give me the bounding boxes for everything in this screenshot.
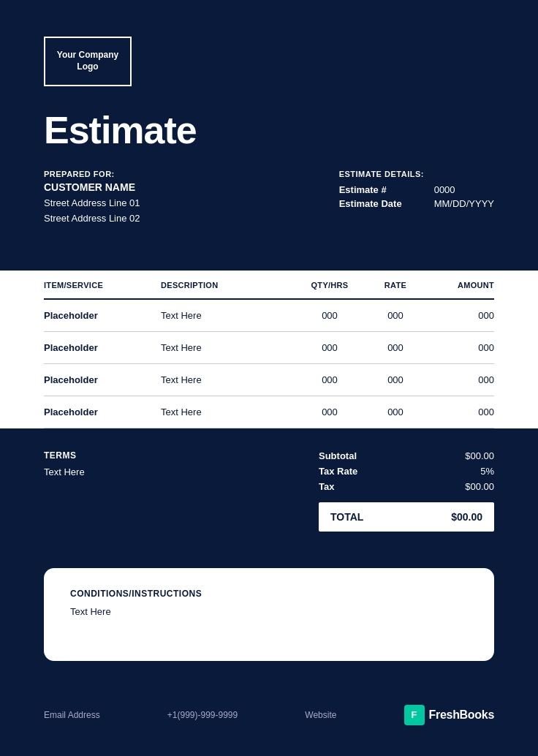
footer-website: Website bbox=[305, 710, 336, 720]
address-line-2: Street Address Line 02 bbox=[44, 211, 140, 227]
terms-text: Text Here bbox=[44, 466, 85, 477]
estimate-number-key: Estimate # bbox=[339, 184, 420, 195]
row-3-amount: 000 bbox=[428, 374, 494, 385]
table-row: Placeholder Text Here 000 000 000 bbox=[44, 364, 494, 396]
col-header-description: DESCRIPTION bbox=[161, 281, 297, 290]
col-header-amount: AMOUNT bbox=[428, 281, 494, 290]
billing-row: PREPARED FOR: CUSTOMER NAME Street Addre… bbox=[44, 170, 494, 227]
row-4-rate: 000 bbox=[363, 407, 428, 417]
row-1-rate: 000 bbox=[363, 310, 428, 321]
subtotal-row: Subtotal $00.00 bbox=[319, 450, 494, 461]
terms-label: TERMS bbox=[44, 450, 85, 461]
row-1-amount: 000 bbox=[428, 310, 494, 321]
totals-right: Subtotal $00.00 Tax Rate 5% Tax $00.00 T… bbox=[319, 450, 494, 532]
row-1-qty: 000 bbox=[297, 310, 363, 321]
totals-section: TERMS Text Here Subtotal $00.00 Tax Rate… bbox=[0, 428, 538, 553]
row-4-description: Text Here bbox=[161, 407, 297, 417]
conditions-section: CONDITIONS/INSTRUCTIONS Text Here bbox=[0, 553, 538, 690]
subtotal-value: $00.00 bbox=[465, 450, 494, 461]
row-2-rate: 000 bbox=[363, 342, 428, 353]
tax-rate-value: 5% bbox=[480, 466, 494, 477]
col-header-rate: RATE bbox=[363, 281, 428, 290]
subtotal-label: Subtotal bbox=[319, 450, 357, 461]
header-section: Your Company Logo Estimate PREPARED FOR:… bbox=[0, 0, 538, 241]
footer: Email Address +1(999)-999-9999 Website F… bbox=[0, 690, 538, 747]
conditions-box: CONDITIONS/INSTRUCTIONS Text Here bbox=[44, 568, 494, 661]
table-row: Placeholder Text Here 000 000 000 bbox=[44, 396, 494, 428]
row-2-item: Placeholder bbox=[44, 342, 161, 353]
tax-rate-row: Tax Rate 5% bbox=[319, 466, 494, 477]
estimate-date-value: MM/DD/YYYY bbox=[434, 198, 494, 209]
table-row: Placeholder Text Here 000 000 000 bbox=[44, 300, 494, 332]
conditions-label: CONDITIONS/INSTRUCTIONS bbox=[70, 589, 468, 599]
row-3-description: Text Here bbox=[161, 374, 297, 385]
tax-row: Tax $00.00 bbox=[319, 481, 494, 492]
freshbooks-name: FreshBooks bbox=[429, 708, 494, 722]
freshbooks-logo: F FreshBooks bbox=[404, 705, 494, 725]
conditions-text: Text Here bbox=[70, 606, 468, 617]
prepared-for-label: PREPARED FOR: bbox=[44, 170, 140, 178]
estimate-number-value: 0000 bbox=[434, 184, 455, 195]
table-header: ITEM/SERVICE DESCRIPTION QTY/HRS RATE AM… bbox=[44, 271, 494, 300]
page-title: Estimate bbox=[44, 108, 494, 152]
spacer-1 bbox=[0, 241, 538, 271]
table-row: Placeholder Text Here 000 000 000 bbox=[44, 332, 494, 364]
col-header-qty: QTY/HRS bbox=[297, 281, 363, 290]
row-4-qty: 000 bbox=[297, 407, 363, 417]
row-1-description: Text Here bbox=[161, 310, 297, 321]
row-2-description: Text Here bbox=[161, 342, 297, 353]
address-line-1: Street Address Line 01 bbox=[44, 196, 140, 211]
terms-area: TERMS Text Here bbox=[44, 450, 85, 477]
table-section: ITEM/SERVICE DESCRIPTION QTY/HRS RATE AM… bbox=[0, 271, 538, 428]
row-4-item: Placeholder bbox=[44, 407, 161, 417]
billing-left: PREPARED FOR: CUSTOMER NAME Street Addre… bbox=[44, 170, 140, 227]
row-1-item: Placeholder bbox=[44, 310, 161, 321]
total-final-box: TOTAL $00.00 bbox=[319, 502, 494, 532]
company-logo: Your Company Logo bbox=[44, 37, 132, 86]
page: Your Company Logo Estimate PREPARED FOR:… bbox=[0, 0, 538, 756]
estimate-details: ESTIMATE DETAILS: Estimate # 0000 Estima… bbox=[339, 170, 494, 227]
footer-phone: +1(999)-999-9999 bbox=[167, 710, 238, 720]
row-3-item: Placeholder bbox=[44, 374, 161, 385]
footer-email: Email Address bbox=[44, 710, 100, 720]
estimate-details-label: ESTIMATE DETAILS: bbox=[339, 170, 494, 178]
estimate-date-row: Estimate Date MM/DD/YYYY bbox=[339, 198, 494, 209]
freshbooks-icon: F bbox=[404, 705, 425, 725]
estimate-date-key: Estimate Date bbox=[339, 198, 420, 209]
total-value: $00.00 bbox=[451, 511, 482, 523]
tax-label: Tax bbox=[319, 481, 334, 492]
col-header-item: ITEM/SERVICE bbox=[44, 281, 161, 290]
row-2-qty: 000 bbox=[297, 342, 363, 353]
tax-rate-label: Tax Rate bbox=[319, 466, 357, 477]
estimate-number-row: Estimate # 0000 bbox=[339, 184, 494, 195]
row-2-amount: 000 bbox=[428, 342, 494, 353]
total-label: TOTAL bbox=[330, 511, 363, 523]
tax-value: $00.00 bbox=[465, 481, 494, 492]
row-3-rate: 000 bbox=[363, 374, 428, 385]
row-4-amount: 000 bbox=[428, 407, 494, 417]
row-3-qty: 000 bbox=[297, 374, 363, 385]
customer-name: CUSTOMER NAME bbox=[44, 181, 140, 193]
